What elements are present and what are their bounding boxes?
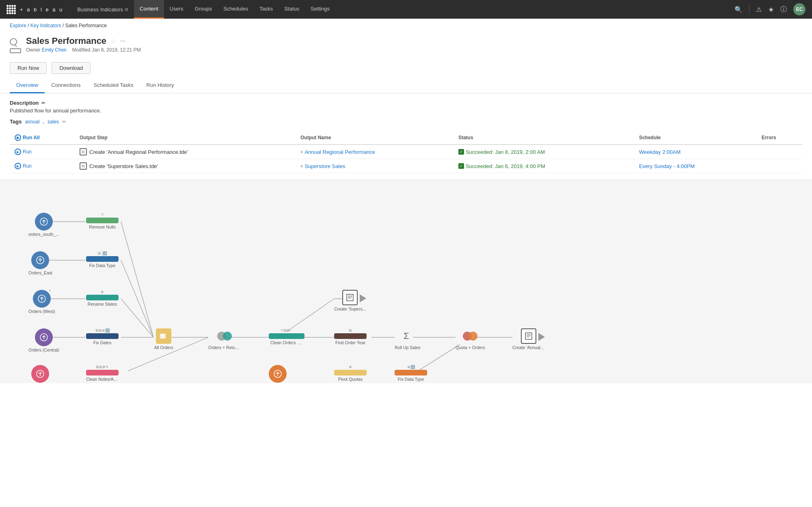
nav-right: 🔍 ⚠ ★ ⓘ EC [734,3,806,15]
status-badge-row1: ✓ Succeeded: Jan 8, 2019, 2:00 AM [458,149,629,155]
user-avatar[interactable]: EC [793,3,806,15]
node-orders-south[interactable]: orders_south_... [28,213,59,237]
node-orders-west[interactable]: ⊗ Orders (West) [28,290,55,314]
node-label: Orders (West) [28,309,55,314]
tableau-logo[interactable]: + a b l e a u [6,5,63,14]
svg-text:Σ: Σ [404,331,409,341]
info-icon[interactable]: ⓘ [780,5,787,14]
node-label: Clean Notes/Ap... [86,377,119,382]
node-fix-data-type2[interactable]: ⊕🔢 Fix Data Type [395,365,427,382]
output-name-link-row1[interactable]: Annual Regional Performance [304,149,375,155]
edit-tags-icon[interactable]: ✏ [62,119,66,125]
node-label: All Orders [154,345,173,350]
node-label: Roll Up Sales [395,345,421,350]
edit-description-icon[interactable]: ✏ [41,100,45,106]
tab-overview[interactable]: Overview [10,78,45,93]
node-label: Orders_East [28,270,52,275]
run-all-circle-icon: ▶ [15,134,21,141]
schedule-link-row2[interactable]: Every Sunday - 4:00PM [639,163,695,169]
svg-rect-38 [347,294,353,301]
node-orders-returns[interactable]: Orders + Returns [208,328,241,350]
star-button[interactable]: ☆ [110,37,116,45]
node-play-supers[interactable] [356,292,369,305]
node-rename-states[interactable]: ⊕ Rename States [86,290,119,306]
node-clean-orders[interactable]: ▽⊞⊞··· Clean Orders + ... [269,328,304,345]
flow-canvas: orders_south_... Orders_East ⊗ Orders (W… [0,180,812,383]
favorites-icon[interactable]: ★ [768,6,774,13]
tab-scheduled-tasks[interactable]: Scheduled Tasks [87,78,140,93]
node-all-orders[interactable]: All Orders [154,328,173,350]
node-label: Orders + Returns [208,345,241,350]
header-info: Sales Performance ☆ ··· Owner Emily Chen… [26,36,802,53]
node-label: Create 'Supers... [334,306,366,311]
node-find-order-year[interactable]: ⊞ Find Order Year [334,328,367,345]
node-play-annual[interactable] [535,330,548,343]
nav-groups[interactable]: Groups [189,0,218,19]
node-label: Fix Data Type [89,263,116,268]
tags-section: Tags annual , sales ✏ [10,119,802,125]
run-now-button[interactable]: Run Now [10,62,47,74]
svg-rect-34 [525,333,532,339]
step-bar-icon [86,333,119,339]
input-circle-icon [35,328,53,346]
node-label: Rename States [88,302,117,306]
output-name-link-row2[interactable]: Superstore Sales [304,163,345,169]
search-icon[interactable]: 🔍 [734,6,743,13]
node-fix-data-type[interactable]: ⊞ 🔢 Fix Data Type [86,251,119,268]
check-icon: ✓ [458,149,464,155]
nav-tasks[interactable]: Tasks [254,0,279,19]
node-pivot-quotas[interactable]: ⊕ Pivot Quotas [334,365,367,382]
header-meta: Owner Emily Chen Modified Jan 8, 2019, 1… [26,47,802,53]
schedule-link-row1[interactable]: Weekday 2:00AM [639,149,680,155]
node-returns-all[interactable]: Returns (all) [28,365,52,383]
join-icon [217,328,232,344]
nav-business-indicators[interactable]: Business Indicators ⊙ [71,0,134,19]
output-icon [521,328,536,344]
node-clean-notes[interactable]: ⊞⊞⊕✎ Clean Notes/Ap... [86,365,119,382]
breadcrumb-key-indicators[interactable]: Key Indicators [30,23,61,28]
run-button-row1[interactable]: ▶ Run [15,149,70,155]
node-remove-nulls[interactable]: ▽ Remove Nulls [86,213,119,229]
output-table: ▶ Run All Output Step Output Name Status… [10,131,802,173]
node-fix-dates[interactable]: ⊞⊞⊕🔢 Fix Dates [86,328,119,345]
flow-icon [10,38,21,53]
node-label: Pivot Quotas [338,377,363,382]
node-label: Find Order Year [335,340,365,345]
node-label: Fix Dates [93,340,111,345]
alert-icon[interactable]: ⚠ [756,6,762,13]
run-all-button[interactable]: ▶ Run All [15,134,70,141]
owner-link[interactable]: Emily Chen [42,47,67,53]
breadcrumb-current: Sales Performance [65,23,107,28]
input-circle-icon [31,365,49,383]
nav-schedules[interactable]: Schedules [218,0,254,19]
description-text: Published flow for annual performance. [10,108,802,114]
errors-cell-row1 [757,145,802,159]
node-quota[interactable]: Quota [269,365,287,383]
step-bar-icon [269,333,304,339]
download-button[interactable]: Download [52,62,91,74]
node-roll-up-sales[interactable]: Σ Roll Up Sales [395,328,421,350]
tag-annual[interactable]: annual [25,119,39,125]
breadcrumb-explore[interactable]: Explore [10,23,26,28]
tab-connections[interactable]: Connections [45,78,87,93]
svg-line-13 [287,299,334,332]
nav-content[interactable]: Content [134,0,164,19]
node-label: Fix Data Type [398,377,424,382]
overview-content: Description ✏ Published flow for annual … [0,93,812,180]
run-button-row2[interactable]: ▶ Run [15,163,70,169]
nav-users[interactable]: Users [164,0,189,19]
node-orders-central[interactable]: Orders (Central) [28,328,59,352]
node-quota-orders[interactable]: Quota + Orders [456,328,485,350]
svg-line-5 [121,222,153,337]
more-options-button[interactable]: ··· [120,37,125,45]
nav-status[interactable]: Status [279,0,305,19]
nav-settings[interactable]: Settings [305,0,335,19]
tab-run-history[interactable]: Run History [140,78,181,93]
node-orders-east[interactable]: Orders_East [28,251,52,275]
agg-icon: Σ [400,328,415,344]
action-buttons: Run Now Download [0,58,812,78]
output-icon [342,290,358,305]
tag-sales[interactable]: sales [48,119,59,125]
circle-icon: ⊙ [125,7,128,12]
node-label: Clean Orders + ... [270,340,303,345]
